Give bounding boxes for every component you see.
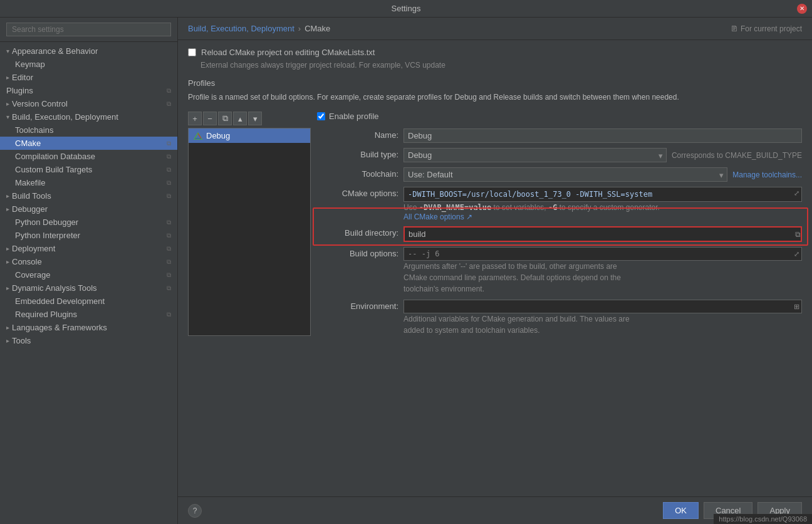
environment-input[interactable] [403, 300, 802, 313]
sidebar-item-required-plugins[interactable]: Required Plugins ⧉ [0, 308, 177, 321]
build-options-row: Build options: ⤢ Arguments after '--' ar… [317, 247, 802, 295]
sidebar-item-compilation-db[interactable]: Compilation Database ⧉ [0, 150, 177, 163]
build-type-control: Debug Release RelWithDebInfo MinSizeRel … [403, 148, 802, 162]
svg-line-3 [198, 134, 201, 139]
build-type-row: Build type: Debug Release RelWithDebInfo… [317, 148, 802, 162]
sidebar-item-makefile[interactable]: Makefile ⧉ [0, 176, 177, 189]
arrow-icon [6, 192, 9, 199]
sidebar-item-keymap[interactable]: Keymap [0, 58, 177, 71]
all-cmake-options-link[interactable]: All CMake options ↗ [403, 212, 472, 221]
move-up-button[interactable]: ▴ [233, 112, 247, 125]
search-box [0, 18, 177, 42]
copy-icon: ⧉ [167, 219, 171, 226]
sidebar-item-deployment[interactable]: Deployment ⧉ [0, 242, 177, 255]
profiles-title: Profiles [188, 78, 802, 88]
sidebar-item-python-debugger[interactable]: Python Debugger ⧉ [0, 216, 177, 229]
sidebar-item-embedded-dev[interactable]: Embedded Development [0, 295, 177, 308]
arrow-icon [6, 100, 9, 107]
copy-profile-button[interactable]: ⧉ [218, 112, 232, 125]
name-input[interactable] [403, 128, 802, 143]
remove-profile-button[interactable]: − [203, 112, 217, 125]
move-down-button[interactable]: ▾ [248, 112, 262, 125]
cmake-hint: Use -DVAR_NAME=value to set variables, -… [403, 203, 802, 212]
sidebar-item-debugger[interactable]: Debugger [0, 202, 177, 216]
arrow-icon [6, 324, 9, 331]
search-input[interactable] [6, 23, 171, 36]
arrow-icon [6, 74, 9, 81]
add-profile-button[interactable]: + [188, 112, 202, 125]
close-button[interactable]: ✕ [797, 4, 807, 14]
arrow-icon [6, 206, 9, 212]
sidebar-item-cmake[interactable]: CMake ⧉ [0, 137, 177, 150]
toolchain-select[interactable]: Use: Default [403, 167, 727, 182]
build-type-label: Build type: [317, 148, 398, 159]
sidebar-label-keymap: Keymap [15, 60, 45, 69]
sidebar-item-languages[interactable]: Languages & Frameworks [0, 321, 177, 334]
sidebar-label-python-debugger: Python Debugger [15, 217, 78, 227]
sidebar-label-appearance: Appearance & Behavior [12, 46, 98, 56]
sidebar-label-languages: Languages & Frameworks [12, 323, 107, 332]
build-options-wrap: ⤢ [403, 247, 802, 261]
reload-checkbox[interactable] [188, 48, 196, 56]
copy-icon: ⧉ [167, 153, 171, 160]
breadcrumb-parent[interactable]: Build, Execution, Deployment [188, 24, 294, 33]
sidebar-item-coverage[interactable]: Coverage ⧉ [0, 268, 177, 281]
sidebar-label-plugins: Plugins [6, 86, 33, 95]
build-options-expand-button[interactable]: ⤢ [794, 250, 799, 258]
sidebar-item-plugins[interactable]: Plugins ⧉ [0, 84, 177, 97]
build-directory-control: ⧉ [403, 226, 802, 242]
build-directory-input[interactable] [403, 226, 802, 242]
copy-icon: ⧉ [167, 271, 171, 279]
copy-icon: ⧉ [167, 87, 171, 95]
sidebar-item-editor[interactable]: Editor [0, 71, 177, 84]
arrow-icon [6, 245, 9, 252]
breadcrumb: Build, Execution, Deployment › CMake 🖹 F… [178, 18, 812, 40]
profiles-list-items: Debug [188, 128, 311, 336]
svg-line-2 [195, 134, 198, 139]
enable-profile-checkbox[interactable] [317, 112, 325, 120]
panel-body: Reload CMake project on editing CMakeLis… [178, 40, 812, 496]
cmake-options-row: CMake options: ⤢ Use -DVAR_NAME=value to… [317, 187, 802, 221]
cmake-options-label: CMake options: [317, 187, 398, 198]
build-type-select[interactable]: Debug Release RelWithDebInfo MinSizeRel [403, 148, 667, 162]
env-row-wrap: ⊞ [403, 300, 802, 313]
ok-button[interactable]: OK [663, 502, 699, 519]
help-button[interactable]: ? [188, 504, 202, 518]
sidebar-item-version-control[interactable]: Version Control ⧉ [0, 97, 177, 110]
right-panel: Build, Execution, Deployment › CMake 🖹 F… [178, 18, 812, 524]
build-type-hint: Corresponds to CMAKE_BUILD_TYPE [672, 151, 802, 160]
sidebar-item-tools[interactable]: Tools [0, 334, 177, 347]
build-options-input[interactable] [403, 247, 802, 261]
profiles-toolbar: + − ⧉ ▴ ▾ [188, 112, 311, 125]
sidebar-label-build-exec: Build, Execution, Deployment [12, 112, 118, 122]
sidebar-item-build-exec[interactable]: Build, Execution, Deployment [0, 110, 177, 123]
build-directory-row: Build directory: ⧉ [317, 226, 802, 242]
sidebar-label-debugger: Debugger [12, 204, 48, 214]
manage-toolchains-link[interactable]: Manage toolchains... [732, 170, 802, 179]
profile-item-debug[interactable]: Debug [189, 128, 310, 143]
cmake-expand-button[interactable]: ⤢ [794, 189, 799, 197]
environment-row: Environment: ⊞ Additional variables for … [317, 300, 802, 336]
sidebar-item-dynamic-analysis[interactable]: Dynamic Analysis Tools ⧉ [0, 281, 177, 295]
copy-icon: ⧉ [167, 258, 171, 266]
profiles-area: + − ⧉ ▴ ▾ [188, 112, 802, 336]
sidebar-item-custom-build[interactable]: Custom Build Targets ⧉ [0, 163, 177, 176]
sidebar-item-appearance[interactable]: Appearance & Behavior [0, 45, 177, 58]
copy-icon: ⧉ [167, 192, 171, 200]
sidebar-item-toolchains[interactable]: Toolchains [0, 123, 177, 137]
sidebar: Appearance & Behavior Keymap Editor Plug… [0, 18, 178, 524]
cmake-options-input[interactable] [403, 187, 802, 202]
window-title: Settings [392, 4, 421, 13]
sidebar-item-console[interactable]: Console ⧉ [0, 255, 177, 268]
env-expand-button[interactable]: ⊞ [794, 303, 799, 311]
cmake-hint-text: Use -DVAR_NAME=value to set variables, -… [403, 203, 660, 212]
sidebar-item-python-interpreter[interactable]: Python Interpreter ⧉ [0, 229, 177, 242]
sidebar-label-embedded-dev: Embedded Development [15, 296, 105, 306]
sidebar-label-required-plugins: Required Plugins [15, 310, 77, 319]
build-type-select-wrap: Debug Release RelWithDebInfo MinSizeRel [403, 148, 667, 162]
sidebar-label-build-tools: Build Tools [12, 191, 51, 201]
sidebar-item-build-tools[interactable]: Build Tools ⧉ [0, 189, 177, 202]
name-control [403, 128, 802, 143]
build-dir-browse-button[interactable]: ⧉ [795, 230, 801, 239]
enable-profile-row: Enable profile [317, 112, 802, 121]
